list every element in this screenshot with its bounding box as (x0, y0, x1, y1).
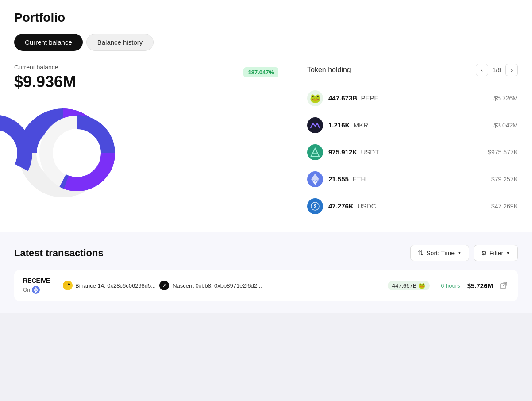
token-symbol-usdc: USDC (357, 202, 376, 210)
token-amount-num-mkr: 1.216K (328, 121, 350, 129)
svg-marker-14 (311, 148, 319, 156)
token-icon-eth (307, 171, 323, 187)
token-list: 🐸 447.673B PEPE $5.726M 1.216 (307, 85, 518, 220)
page-info: 1/6 (493, 66, 501, 73)
token-icon-mkr (307, 117, 323, 133)
token-row-pepe: 🐸 447.673B PEPE $5.726M (307, 85, 518, 112)
page-wrapper: Portfolio Current balance Balance histor… (0, 0, 532, 313)
tx-to-text: Nascent 0xbb8: 0xbb8971e2f6d2... (173, 282, 262, 289)
transaction-row-0: RECEIVE On (14, 270, 518, 301)
filter-chevron-icon: ▼ (506, 251, 510, 255)
token-holding-title: Token holding (307, 66, 351, 74)
eth-chain-icon (32, 286, 40, 294)
tx-header: Latest transactions ⇅ Sort: Time ▼ ⚙ Fil… (14, 245, 518, 261)
token-symbol-usdt: USDT (361, 148, 379, 156)
tx-type-label: RECEIVE (23, 277, 63, 284)
svg-rect-22 (68, 283, 70, 285)
token-value-eth: $79.257K (491, 176, 518, 183)
token-icon-pepe: 🐸 (307, 90, 323, 106)
token-amount-num-usdt: 975.912K (328, 148, 357, 156)
svg-line-24 (503, 282, 507, 286)
pagination: ‹ 1/6 › (476, 64, 518, 76)
tx-arrow-icon: ↗ (159, 281, 169, 290)
svg-marker-16 (311, 174, 319, 181)
token-symbol-eth: ETH (352, 175, 366, 183)
sort-label: Sort: Time (426, 250, 455, 257)
token-amount-usdc: 47.276K USDC (328, 202, 491, 210)
tx-usd-value: $5.726M (467, 282, 493, 289)
left-panel: Current balance $9.936M 187.047% (0, 51, 293, 232)
right-panel: Token holding ‹ 1/6 › 🐸 447.673B PEPE $5… (293, 51, 532, 232)
token-value-mkr: $3.042M (494, 122, 518, 129)
tx-from-to: Binance 14: 0x28c6c06298d5... ↗ Nascent … (63, 281, 388, 290)
tx-from-text: Binance 14: 0x28c6c06298d5... (75, 282, 156, 289)
token-header: Token holding ‹ 1/6 › (307, 64, 518, 76)
filter-label: Filter (490, 250, 503, 257)
tx-amount-badge: 447.667B 🐸 (388, 281, 430, 290)
filter-button[interactable]: ⚙ Filter ▼ (474, 245, 518, 261)
svg-text:$: $ (314, 204, 316, 209)
token-amount-mkr: 1.216K MKR (328, 121, 494, 129)
sort-button[interactable]: ⇅ Sort: Time ▼ (410, 245, 469, 261)
token-row-mkr: 1.216K MKR $3.042M (307, 112, 518, 139)
token-amount-num-pepe: 447.673B (328, 94, 357, 102)
donut-chart-proper (28, 104, 126, 202)
balance-block: Current balance $9.936M (14, 64, 76, 91)
balance-label: Current balance (14, 64, 76, 71)
balance-amount: $9.936M (14, 73, 76, 91)
tx-section-title: Latest transactions (14, 247, 104, 259)
page-title: Portfolio (14, 11, 518, 25)
token-symbol-mkr: MKR (354, 121, 368, 129)
main-content: Current balance $9.936M 187.047% (0, 51, 532, 232)
tx-type-block: RECEIVE On (23, 277, 63, 294)
next-page-button[interactable]: › (505, 64, 518, 76)
tx-token-emoji: 🐸 (418, 282, 425, 289)
token-row-eth: 21.555 ETH $79.257K (307, 166, 518, 193)
tx-controls: ⇅ Sort: Time ▼ ⚙ Filter ▼ (410, 245, 518, 261)
token-amount-eth: 21.555 ETH (328, 175, 491, 183)
sort-icon: ⇅ (418, 249, 424, 257)
tx-external-link[interactable] (498, 280, 509, 291)
tx-time: 6 hours (441, 282, 460, 289)
header-section: Portfolio Current balance Balance histor… (0, 0, 532, 51)
token-amount-num-usdc: 47.276K (328, 202, 354, 210)
tx-from-address: Binance 14: 0x28c6c06298d5... (63, 281, 156, 290)
svg-marker-20 (34, 287, 38, 291)
token-value-usdt: $975.577K (488, 149, 518, 156)
tx-chain: On (23, 286, 63, 294)
filter-icon: ⚙ (481, 250, 487, 257)
prev-page-button[interactable]: ‹ (476, 64, 488, 76)
sort-chevron-icon: ▼ (457, 251, 462, 255)
tx-chain-on: On (23, 287, 30, 293)
percentage-badge: 187.047% (243, 67, 278, 77)
tx-to-address: Nascent 0xbb8: 0xbb8971e2f6d2... (173, 282, 262, 289)
token-icon-usdc: $ (307, 198, 323, 214)
token-amount-usdt: 975.912K USDT (328, 148, 488, 156)
token-row-usdc: $ 47.276K USDC $47.269K (307, 193, 518, 220)
tx-amount-value: 447.667B (392, 282, 417, 289)
tx-right-block: 447.667B 🐸 6 hours $5.726M (388, 280, 509, 291)
token-icon-usdt (307, 144, 323, 160)
token-row-usdt: 975.912K USDT $975.577K (307, 139, 518, 166)
binance-icon (63, 281, 73, 290)
token-value-usdc: $47.269K (491, 203, 518, 210)
chart-area: PEPE MKR USDT ETH (14, 100, 278, 202)
token-amount-num-eth: 21.555 (328, 175, 349, 183)
tab-current-balance[interactable]: Current balance (14, 34, 83, 51)
token-value-pepe: $5.726M (494, 95, 518, 102)
token-symbol-pepe: PEPE (361, 94, 379, 102)
transactions-section: Latest transactions ⇅ Sort: Time ▼ ⚙ Fil… (0, 232, 532, 313)
tab-bar: Current balance Balance history (14, 34, 518, 51)
token-amount-pepe: 447.673B PEPE (328, 94, 494, 102)
